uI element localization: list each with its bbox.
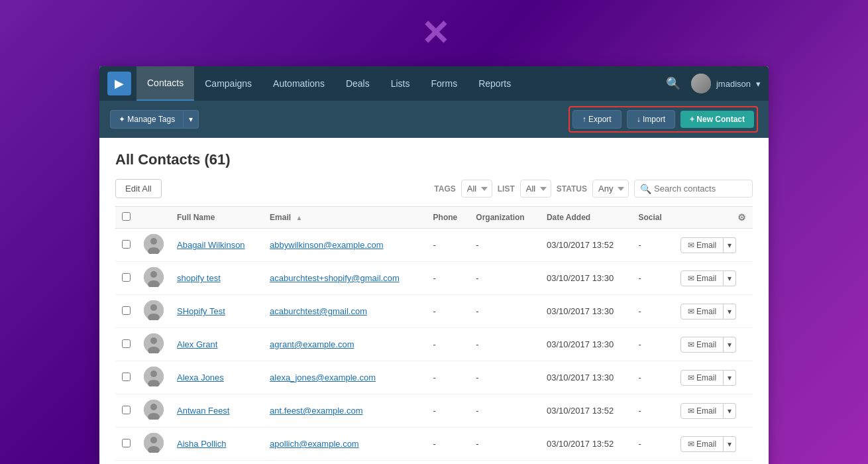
action-cell: ✉ Email ▾	[680, 403, 746, 419]
contact-org: -	[469, 262, 540, 295]
email-dropdown-button[interactable]: ▾	[724, 270, 736, 286]
svg-point-7	[150, 304, 157, 311]
search-icon: 🔍	[666, 77, 680, 90]
contact-avatar	[144, 267, 164, 287]
email-button[interactable]: ✉ Email	[680, 436, 724, 452]
nav-item-campaigns[interactable]: Campaigns	[194, 66, 262, 101]
contact-email[interactable]: alexa_jones@example.com	[270, 373, 376, 382]
table-row: Aisha Pollich apollich@example.com - - 0…	[115, 428, 753, 461]
manage-tags-dropdown-button[interactable]: ▾	[184, 110, 199, 129]
main-content: All Contacts (61) Edit All TAGS All LIST…	[99, 138, 769, 464]
row-checkbox[interactable]	[122, 273, 131, 282]
contact-email[interactable]: ant.feest@example.com	[270, 406, 362, 416]
contact-avatar	[144, 300, 164, 320]
logo-icon: ✕	[421, 13, 447, 53]
row-checkbox[interactable]	[122, 306, 131, 315]
action-cell: ✉ Email ▾	[680, 337, 746, 353]
email-button[interactable]: ✉ Email	[680, 237, 724, 253]
email-button[interactable]: ✉ Email	[680, 337, 724, 353]
contact-phone: -	[427, 262, 470, 295]
tags-label: TAGS	[434, 184, 455, 194]
action-cell: ✉ Email ▾	[680, 304, 746, 319]
email-dropdown-button[interactable]: ▾	[724, 304, 736, 319]
app-container: ▶ Contacts Campaigns Automations Deals L…	[99, 66, 769, 464]
email-dropdown-button[interactable]: ▾	[724, 403, 736, 419]
import-button[interactable]: ↓ Import	[627, 110, 675, 129]
email-button[interactable]: ✉ Email	[680, 403, 724, 419]
nav-logo-icon: ▶	[115, 76, 124, 91]
nav-item-lists[interactable]: Lists	[380, 66, 421, 101]
contact-name[interactable]: Alex Grant	[177, 339, 217, 349]
contact-name[interactable]: shopify test	[177, 273, 221, 283]
email-button[interactable]: ✉ Email	[680, 270, 724, 286]
row-checkbox[interactable]	[122, 373, 131, 381]
contact-org: -	[469, 295, 540, 328]
email-dropdown-button[interactable]: ▾	[724, 370, 736, 386]
nav-logo-button[interactable]: ▶	[107, 72, 131, 95]
manage-tags-button[interactable]: ✦ Manage Tags	[110, 110, 184, 129]
action-cell: ✉ Email ▾	[680, 237, 746, 253]
row-checkbox[interactable]	[122, 406, 131, 414]
col-date: Date Added	[540, 207, 632, 229]
username-label: jmadison	[716, 79, 751, 89]
email-dropdown-button[interactable]: ▾	[724, 237, 736, 253]
search-input[interactable]	[654, 180, 747, 197]
contact-social: -	[631, 328, 673, 361]
export-button[interactable]: ↑ Export	[572, 110, 622, 129]
email-dropdown-button[interactable]: ▾	[724, 436, 736, 452]
email-button[interactable]: ✉ Email	[680, 304, 724, 319]
table-row: Alexa Jones alexa_jones@example.com - - …	[115, 361, 753, 394]
table-controls: Edit All TAGS All LIST All STATUS Any 🔍	[115, 179, 753, 198]
contact-email[interactable]: acaburchtest@gmail.com	[270, 306, 367, 316]
nav-item-reports[interactable]: Reports	[468, 66, 521, 101]
contact-org: -	[469, 428, 540, 461]
row-checkbox[interactable]	[122, 240, 131, 249]
email-button[interactable]: ✉ Email	[680, 370, 724, 386]
contact-name[interactable]: SHopify Test	[177, 306, 225, 316]
col-fullname: Full Name	[170, 207, 263, 229]
contacts-table: Full Name Email ▲ Phone Organization Dat…	[115, 206, 753, 461]
contact-name[interactable]: Aisha Pollich	[177, 439, 226, 449]
nav-item-contacts[interactable]: Contacts	[136, 66, 194, 101]
toolbar-left: ✦ Manage Tags ▾	[110, 110, 199, 129]
email-dropdown-button[interactable]: ▾	[724, 337, 736, 353]
nav-item-forms[interactable]: Forms	[421, 66, 468, 101]
svg-point-4	[150, 271, 157, 278]
contact-social: -	[631, 428, 673, 461]
settings-icon[interactable]: ⚙	[737, 212, 746, 223]
svg-point-10	[150, 337, 157, 344]
user-area[interactable]: jmadison ▾	[691, 74, 761, 93]
contact-email[interactable]: acaburchtest+shopify@gmail.com	[270, 273, 400, 283]
contact-name[interactable]: Antwan Feest	[177, 406, 230, 416]
contact-email[interactable]: apollich@example.com	[270, 439, 359, 449]
contact-org: -	[469, 229, 540, 262]
contact-phone: -	[427, 361, 470, 394]
nav-search-button[interactable]: 🔍	[663, 74, 683, 93]
edit-all-button[interactable]: Edit All	[115, 179, 162, 198]
nav-right: 🔍 jmadison ▾	[663, 74, 761, 93]
new-contact-button[interactable]: + New Contact	[680, 111, 754, 128]
contact-email[interactable]: agrant@example.com	[270, 339, 354, 349]
tags-filter[interactable]: All	[461, 180, 492, 198]
contact-phone: -	[427, 295, 470, 328]
action-cell: ✉ Email ▾	[680, 270, 746, 286]
toolbar: ✦ Manage Tags ▾ ↑ Export ↓ Import + New …	[99, 101, 769, 138]
contact-name[interactable]: Alexa Jones	[177, 373, 224, 382]
contact-name[interactable]: Abagail Wilkinson	[177, 240, 245, 250]
contact-date: 03/10/2017 13:30	[540, 295, 632, 328]
contact-org: -	[469, 394, 540, 428]
table-row: shopify test acaburchtest+shopify@gmail.…	[115, 262, 753, 295]
contact-email[interactable]: abbywilkinson@example.com	[270, 240, 383, 250]
list-filter[interactable]: All	[520, 180, 551, 198]
select-all-checkbox[interactable]	[122, 212, 131, 221]
contact-date: 03/10/2017 13:30	[540, 361, 632, 394]
action-cell: ✉ Email ▾	[680, 370, 746, 386]
col-social: Social	[631, 207, 673, 229]
status-filter[interactable]: Any	[592, 180, 629, 198]
nav-item-automations[interactable]: Automations	[262, 66, 335, 101]
row-checkbox[interactable]	[122, 439, 131, 447]
table-row: Abagail Wilkinson abbywilkinson@example.…	[115, 229, 753, 262]
nav-item-deals[interactable]: Deals	[335, 66, 380, 101]
table-row: Alex Grant agrant@example.com - - 03/10/…	[115, 328, 753, 361]
row-checkbox[interactable]	[122, 339, 131, 348]
